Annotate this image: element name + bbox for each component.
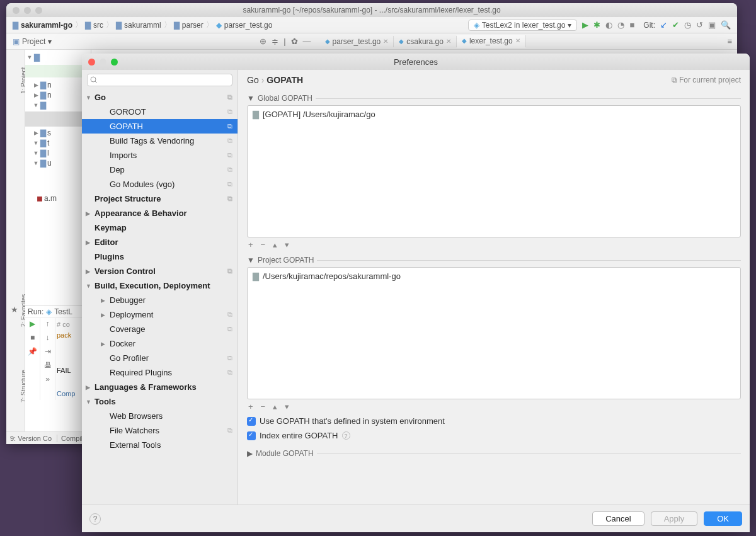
dialog-footer: ? Cancel Apply OK (82, 505, 750, 532)
add-icon[interactable]: + (248, 240, 253, 249)
project-scope-icon: ⧉ (227, 151, 232, 159)
pref-tree-item[interactable]: ▼Tools (82, 394, 238, 409)
breadcrumb-item[interactable]: parser_test.go (224, 21, 273, 30)
pref-tree-item[interactable]: ▶Editor (82, 235, 238, 249)
ok-button[interactable]: OK (704, 511, 742, 526)
pref-tree-item[interactable]: Coverage⧉ (82, 322, 238, 336)
tab-label: csakura.go (406, 37, 444, 46)
pref-tree-item[interactable]: External Tools (82, 438, 238, 452)
help-button[interactable]: ? (89, 513, 101, 525)
breadcrumb-item[interactable]: sakuramml-go (21, 21, 72, 30)
close-icon[interactable]: ✕ (446, 38, 451, 45)
project-view-selector[interactable]: ▣ Project ▾ (6, 37, 58, 46)
breadcrumb[interactable]: ▇ sakuramml-go〉 ▇ src〉 ▇ sakuramml〉 ▇ pa… (13, 20, 272, 30)
target-icon[interactable]: ⊕ (260, 37, 266, 46)
history-icon[interactable]: ◷ (684, 20, 691, 30)
vcs-commit-icon[interactable]: ✔ (672, 20, 679, 30)
tab-lexer-test[interactable]: ◆lexer_test.go✕ (457, 35, 526, 48)
stop-icon[interactable]: ■ (30, 333, 35, 342)
remove-icon[interactable]: − (261, 240, 266, 249)
section-global[interactable]: ▼Global GOPATH (247, 94, 741, 103)
close-icon[interactable]: ✕ (515, 37, 520, 44)
pref-tree-item[interactable]: Plugins (82, 249, 238, 264)
pref-tree-item[interactable]: ▼Go⧉ (82, 90, 238, 105)
remove-icon[interactable]: − (261, 402, 266, 411)
down-icon[interactable]: ▾ (285, 402, 289, 411)
debug-icon[interactable]: ✱ (593, 20, 600, 30)
pref-tree-item[interactable]: Project Structure⧉ (82, 191, 238, 206)
pref-tree-item[interactable]: Web Browsers (82, 409, 238, 423)
section-module[interactable]: ▶Module GOPATH (247, 449, 741, 458)
help-icon[interactable]: ? (342, 431, 350, 440)
project-list-controls: + − ▴ ▾ (247, 399, 741, 414)
chevron-right-icon: ▶ (101, 312, 110, 318)
wrap-icon[interactable]: ⇥ (45, 347, 51, 356)
rerun-icon[interactable]: ▶ (30, 319, 35, 328)
index-gopath-checkbox[interactable]: Index entire GOPATH? (247, 431, 741, 440)
pref-tree-item[interactable]: ▶Languages & Frameworks (82, 380, 238, 394)
up-icon[interactable]: ▴ (273, 402, 277, 411)
use-gopath-checkbox[interactable]: Use GOPATH that's defined in system envi… (247, 416, 741, 426)
db-icon[interactable]: ≡ (727, 37, 732, 46)
revert-icon[interactable]: ↺ (696, 20, 703, 30)
tab-parser-test[interactable]: ◆parser_test.go✕ (320, 36, 394, 47)
pref-search-input[interactable] (87, 74, 232, 86)
pref-tree-item[interactable]: Build Tags & Vendoring⧉ (82, 134, 238, 148)
pref-tree-item[interactable]: ▶Version Control⧉ (82, 264, 238, 278)
global-gopath-list[interactable]: ▇[GOPATH] /Users/kujiramac/go (247, 105, 741, 237)
breadcrumb-item[interactable]: parser (182, 21, 203, 30)
more-icon[interactable]: » (45, 375, 50, 384)
pref-tree-item[interactable]: ▶Docker (82, 336, 238, 351)
pref-tree-item[interactable]: File Watchers⧉ (82, 423, 238, 438)
list-item[interactable]: ▇[GOPATH] /Users/kujiramac/go (250, 108, 738, 120)
profile-icon[interactable]: ◔ (617, 20, 624, 30)
pref-tree-item[interactable]: ▶Appearance & Behavior (82, 206, 238, 220)
list-item[interactable]: ▇/Users/kujiramac/repos/sakuramml-go (250, 270, 738, 282)
run-config-label: TestLex2 in lexer_test.go (482, 21, 566, 30)
close-icon[interactable]: ✕ (383, 38, 388, 45)
ide-icon[interactable]: ▣ (708, 20, 716, 30)
search-icon[interactable]: 🔍 (721, 20, 731, 30)
collapse-icon[interactable]: ≑ (272, 37, 278, 46)
pref-tree-item[interactable]: ▶Debugger (82, 293, 238, 307)
chevron-down-icon: ▼ (247, 256, 255, 265)
project-scope-icon: ⧉ (227, 325, 232, 333)
for-project-label: ⧉For current project (672, 76, 741, 84)
hide-icon[interactable]: — (303, 37, 311, 46)
stop-icon[interactable]: ■ (629, 20, 634, 30)
pref-tree-item[interactable]: GOPATH⧉ (82, 119, 238, 134)
pin-icon[interactable]: 📌 (28, 347, 37, 356)
project-gopath-list[interactable]: ▇/Users/kujiramac/repos/sakuramml-go (247, 267, 741, 399)
run-config-selector[interactable]: ◈ TestLex2 in lexer_test.go ▾ (468, 20, 578, 31)
down-icon[interactable]: ↓ (46, 333, 50, 342)
add-icon[interactable]: + (248, 402, 253, 411)
vc-tab[interactable]: 9: Version Co (10, 435, 52, 442)
checkbox-icon[interactable] (247, 417, 256, 426)
pref-tree-item[interactable]: Dep⧉ (82, 163, 238, 177)
cancel-button[interactable]: Cancel (592, 511, 644, 526)
gear-icon[interactable]: ✿ (291, 37, 298, 46)
checkbox-icon[interactable] (247, 431, 256, 440)
pref-tree-item[interactable]: Go Modules (vgo)⧉ (82, 177, 238, 191)
pref-tree-item[interactable]: GOROOT⧉ (82, 105, 238, 119)
up-icon[interactable]: ↑ (46, 319, 50, 328)
vcs-update-icon[interactable]: ↙ (660, 20, 667, 30)
up-icon[interactable]: ▴ (273, 240, 277, 249)
pref-tree-item[interactable]: Go Profiler⧉ (82, 351, 238, 365)
pref-tree-item[interactable]: ▶Deployment⧉ (82, 307, 238, 322)
down-icon[interactable]: ▾ (285, 240, 289, 249)
pref-tree-item[interactable]: ▼Build, Execution, Deployment (82, 278, 238, 293)
print-icon[interactable]: 🖶 (44, 361, 52, 370)
pref-tree[interactable]: ▼Go⧉GOROOT⧉GOPATH⧉Build Tags & Vendoring… (82, 90, 238, 505)
tab-label: parser_test.go (333, 37, 381, 46)
pref-tree-item[interactable]: Keymap (82, 220, 238, 235)
pref-tree-item[interactable]: Imports⧉ (82, 148, 238, 163)
section-project[interactable]: ▼Project GOPATH (247, 256, 741, 265)
breadcrumb-item[interactable]: src (93, 21, 103, 30)
breadcrumb-item[interactable]: sakuramml (124, 21, 161, 30)
tab-csakura[interactable]: ◆csakura.go✕ (394, 36, 457, 47)
coverage-icon[interactable]: ◐ (605, 20, 612, 30)
run-icon[interactable]: ▶ (582, 20, 588, 30)
pref-tree-item[interactable]: Required Plugins⧉ (82, 365, 238, 380)
apply-button[interactable]: Apply (651, 511, 698, 526)
